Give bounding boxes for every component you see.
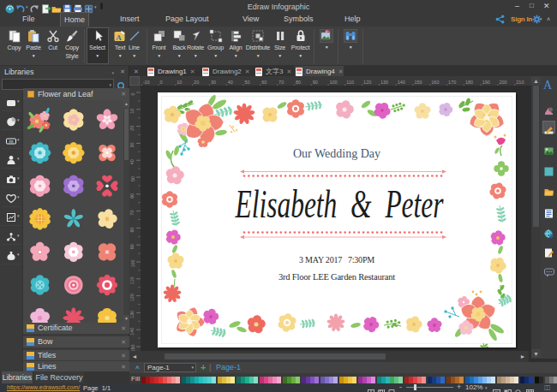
svg-text:210: 210 — [516, 80, 524, 85]
svg-text:50: 50 — [245, 80, 250, 85]
svg-text:30: 30 — [211, 80, 216, 85]
svg-text:180: 180 — [465, 80, 473, 85]
svg-text:-10: -10 — [143, 80, 150, 85]
svg-text:140: 140 — [130, 328, 135, 336]
svg-text:80: 80 — [296, 80, 301, 85]
svg-text:110: 110 — [130, 276, 135, 284]
svg-text:100: 100 — [330, 80, 338, 85]
svg-text:20: 20 — [194, 80, 199, 85]
svg-text:60: 60 — [130, 193, 135, 199]
svg-text:150: 150 — [130, 344, 135, 351]
svg-text:40: 40 — [130, 159, 135, 164]
svg-text:200: 200 — [500, 80, 507, 85]
svg-text:120: 120 — [363, 80, 371, 85]
svg-text:130: 130 — [130, 311, 135, 318]
svg-text:150: 150 — [415, 80, 422, 85]
svg-text:110: 110 — [346, 80, 354, 85]
svg-text:m: m — [9, 139, 14, 144]
svg-text:90: 90 — [313, 80, 318, 85]
svg-text:40: 40 — [228, 80, 233, 85]
svg-text:120: 120 — [130, 294, 135, 301]
svg-text:20: 20 — [130, 126, 135, 131]
svg-text:90: 90 — [130, 244, 135, 249]
svg-text:140: 140 — [398, 80, 405, 85]
svg-text:0: 0 — [160, 80, 163, 85]
svg-text:170: 170 — [448, 80, 456, 85]
svg-text:130: 130 — [380, 80, 388, 85]
svg-text:70: 70 — [278, 80, 284, 85]
svg-text:0: 0 — [130, 92, 135, 95]
svg-text:100: 100 — [130, 259, 135, 267]
svg-text:60: 60 — [261, 80, 267, 85]
svg-text:160: 160 — [431, 80, 439, 85]
svg-text:30: 30 — [130, 142, 135, 147]
svg-text:50: 50 — [130, 176, 135, 181]
svg-text:70: 70 — [130, 211, 135, 216]
svg-text:190: 190 — [482, 80, 490, 85]
svg-text:10: 10 — [177, 80, 182, 85]
svg-text:10: 10 — [130, 109, 135, 114]
svg-text:80: 80 — [130, 227, 135, 232]
